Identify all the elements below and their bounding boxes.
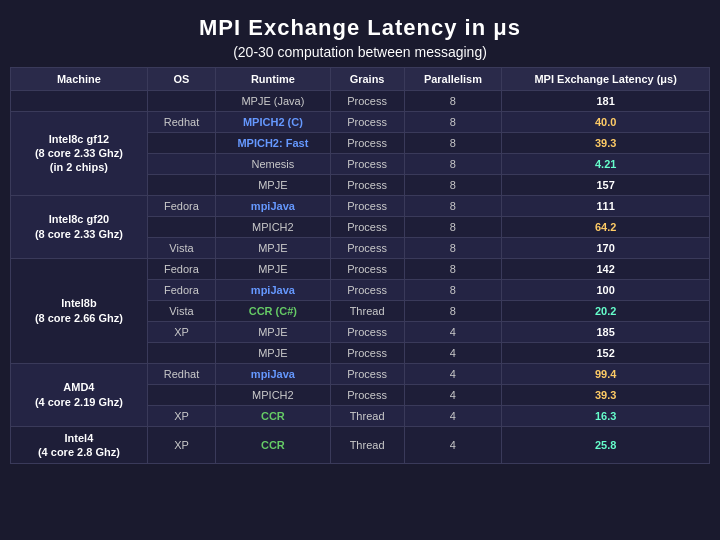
cell-grains: Process <box>330 237 404 258</box>
cell-latency: 40.0 <box>502 111 710 132</box>
cell-parallelism: 8 <box>404 300 502 321</box>
cell-os: Vista <box>147 237 215 258</box>
cell-grains: Process <box>330 111 404 132</box>
cell-grains: Thread <box>330 426 404 464</box>
cell-grains: Process <box>330 195 404 216</box>
cell-runtime: CCR <box>216 405 330 426</box>
cell-runtime: CCR <box>216 426 330 464</box>
col-machine: Machine <box>11 67 148 90</box>
cell-grains: Thread <box>330 300 404 321</box>
cell-runtime: CCR (C#) <box>216 300 330 321</box>
col-grains: Grains <box>330 67 404 90</box>
cell-runtime: MPJE <box>216 321 330 342</box>
cell-parallelism: 8 <box>404 279 502 300</box>
col-os: OS <box>147 67 215 90</box>
cell-grains: Process <box>330 321 404 342</box>
cell-grains: Process <box>330 174 404 195</box>
cell-grains: Process <box>330 363 404 384</box>
cell-grains: Thread <box>330 405 404 426</box>
cell-runtime: mpiJava <box>216 363 330 384</box>
cell-runtime: MPJE <box>216 174 330 195</box>
cell-grains: Process <box>330 132 404 153</box>
cell-latency: 111 <box>502 195 710 216</box>
cell-latency: 4.21 <box>502 153 710 174</box>
cell-os <box>147 216 215 237</box>
cell-runtime: Nemesis <box>216 153 330 174</box>
cell-parallelism: 8 <box>404 174 502 195</box>
cell-runtime: mpiJava <box>216 195 330 216</box>
cell-os: XP <box>147 321 215 342</box>
cell-parallelism: 8 <box>404 195 502 216</box>
cell-runtime: MPICH2: Fast <box>216 132 330 153</box>
cell-latency: 142 <box>502 258 710 279</box>
table-row: Intel8b(8 core 2.66 Ghz)FedoraMPJEProces… <box>11 258 710 279</box>
cell-runtime: MPICH2 (C) <box>216 111 330 132</box>
cell-os: Redhat <box>147 363 215 384</box>
cell-latency: 39.3 <box>502 132 710 153</box>
table-row: MPJE (Java)Process8181 <box>11 90 710 111</box>
cell-runtime: mpiJava <box>216 279 330 300</box>
cell-runtime: MPICH2 <box>216 216 330 237</box>
cell-parallelism: 4 <box>404 342 502 363</box>
cell-machine: Intel8c gf20(8 core 2.33 Ghz) <box>11 195 148 258</box>
cell-parallelism: 4 <box>404 405 502 426</box>
cell-parallelism: 4 <box>404 321 502 342</box>
cell-parallelism: 8 <box>404 132 502 153</box>
cell-parallelism: 8 <box>404 153 502 174</box>
cell-grains: Process <box>330 258 404 279</box>
table-row: Intel4(4 core 2.8 Ghz)XPCCRThread425.8 <box>11 426 710 464</box>
page-title: MPI Exchange Latency in μs (20-30 comput… <box>189 0 531 67</box>
cell-machine: Intel8b(8 core 2.66 Ghz) <box>11 258 148 363</box>
data-table-container: Machine OS Runtime Grains Parallelism MP… <box>0 67 720 475</box>
cell-grains: Process <box>330 342 404 363</box>
col-parallelism: Parallelism <box>404 67 502 90</box>
cell-parallelism: 4 <box>404 384 502 405</box>
cell-parallelism: 8 <box>404 258 502 279</box>
cell-grains: Process <box>330 153 404 174</box>
cell-os <box>147 153 215 174</box>
cell-os <box>147 384 215 405</box>
cell-parallelism: 4 <box>404 363 502 384</box>
cell-os: Redhat <box>147 111 215 132</box>
cell-os <box>147 90 215 111</box>
cell-latency: 100 <box>502 279 710 300</box>
cell-latency: 181 <box>502 90 710 111</box>
col-runtime: Runtime <box>216 67 330 90</box>
table-row: AMD4(4 core 2.19 Ghz)RedhatmpiJavaProces… <box>11 363 710 384</box>
cell-parallelism: 8 <box>404 90 502 111</box>
cell-runtime: MPJE (Java) <box>216 90 330 111</box>
cell-latency: 157 <box>502 174 710 195</box>
cell-runtime: MPJE <box>216 258 330 279</box>
cell-os: Vista <box>147 300 215 321</box>
cell-grains: Process <box>330 384 404 405</box>
cell-grains: Process <box>330 90 404 111</box>
cell-runtime: MPJE <box>216 342 330 363</box>
table-row: Intel8c gf12(8 core 2.33 Ghz)(in 2 chips… <box>11 111 710 132</box>
cell-os: Fedora <box>147 258 215 279</box>
cell-latency: 39.3 <box>502 384 710 405</box>
cell-machine: AMD4(4 core 2.19 Ghz) <box>11 363 148 426</box>
cell-latency: 64.2 <box>502 216 710 237</box>
cell-os <box>147 132 215 153</box>
cell-latency: 99.4 <box>502 363 710 384</box>
cell-latency: 16.3 <box>502 405 710 426</box>
latency-table: Machine OS Runtime Grains Parallelism MP… <box>10 67 710 465</box>
cell-machine: Intel8c gf12(8 core 2.33 Ghz)(in 2 chips… <box>11 111 148 195</box>
cell-os: Fedora <box>147 195 215 216</box>
cell-os: XP <box>147 426 215 464</box>
cell-parallelism: 8 <box>404 237 502 258</box>
cell-parallelism: 8 <box>404 111 502 132</box>
cell-os <box>147 342 215 363</box>
table-header-row: Machine OS Runtime Grains Parallelism MP… <box>11 67 710 90</box>
col-latency: MPI Exchange Latency (μs) <box>502 67 710 90</box>
cell-latency: 170 <box>502 237 710 258</box>
cell-grains: Process <box>330 279 404 300</box>
cell-os: Fedora <box>147 279 215 300</box>
cell-parallelism: 4 <box>404 426 502 464</box>
table-row: Intel8c gf20(8 core 2.33 Ghz)FedorampiJa… <box>11 195 710 216</box>
cell-os: XP <box>147 405 215 426</box>
cell-parallelism: 8 <box>404 216 502 237</box>
cell-os <box>147 174 215 195</box>
cell-runtime: MPJE <box>216 237 330 258</box>
cell-latency: 185 <box>502 321 710 342</box>
